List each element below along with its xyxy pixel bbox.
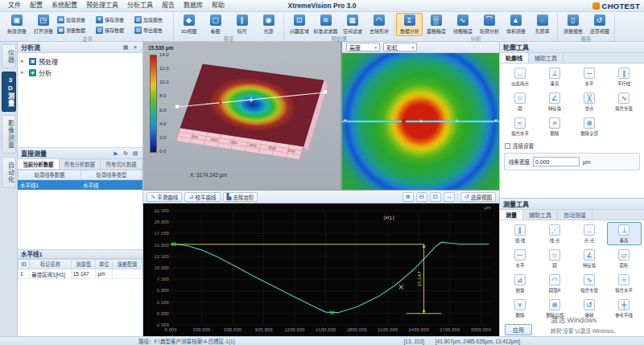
close-icon[interactable]: × bbox=[131, 44, 139, 50]
column-header[interactable]: 轮廓线条数据 bbox=[19, 170, 81, 180]
section-handle[interactable] bbox=[175, 105, 179, 109]
tool-button[interactable]: ⊥垂直 bbox=[537, 65, 572, 88]
tool-button[interactable]: ○圆 bbox=[502, 90, 537, 113]
tab[interactable]: 轮廓线 bbox=[500, 53, 529, 63]
ribbon-small-button[interactable]: ▧加载报告 bbox=[134, 14, 171, 25]
expand-icon[interactable]: ▸ bbox=[21, 69, 27, 76]
side-tab[interactable]: 影像测量 bbox=[2, 115, 16, 154]
menu-item[interactable]: 数据库 bbox=[180, 0, 207, 11]
column-header[interactable]: 标记名称 bbox=[30, 260, 71, 269]
tool-button[interactable]: ⊗删除全部 bbox=[537, 297, 572, 320]
view-3d[interactable]: 15.535 μm 14.012.010.08.06.04.02.00.0 bbox=[143, 42, 342, 190]
line-width-input[interactable] bbox=[533, 157, 580, 166]
ribbon-button[interactable]: ▣新建测量 bbox=[3, 13, 30, 36]
tool-button[interactable]: ⋰线-点 bbox=[537, 222, 572, 245]
ribbon-small-button[interactable]: ▼保存测量 bbox=[95, 14, 133, 25]
profile-tool-button[interactable]: ∿平滑曲线 bbox=[147, 192, 182, 202]
menu-item[interactable]: 预处理工具 bbox=[82, 0, 122, 11]
palette-select[interactable]: 彩虹 ▾ bbox=[383, 43, 417, 51]
ribbon-button[interactable]: Σ数据分析 bbox=[396, 13, 423, 36]
tab[interactable]: 辅助工具 bbox=[523, 210, 558, 220]
tool-button[interactable]: ‥仪表两点 bbox=[502, 65, 537, 88]
ribbon-button[interactable]: ◆3D视图 bbox=[175, 13, 202, 36]
tool-button[interactable]: ─水平 bbox=[502, 247, 537, 270]
surface-3d-plot[interactable]: 50010001500200025003000 bbox=[172, 47, 337, 167]
ribbon-button[interactable]: ∿线粗糙度 bbox=[449, 13, 476, 36]
apply-button[interactable]: 应用 bbox=[505, 324, 532, 335]
menu-item[interactable]: 分析工具 bbox=[123, 0, 157, 11]
ribbon-button[interactable]: ∥标尺 bbox=[229, 13, 255, 36]
flow-item[interactable]: ▸▣预处理 bbox=[19, 55, 141, 67]
tool-button[interactable]: ×删除 bbox=[502, 297, 537, 320]
ribbon-button[interactable]: ≋标准滤波器 bbox=[312, 13, 339, 36]
refresh-icon[interactable]: ↻ bbox=[122, 150, 130, 157]
column-header[interactable]: 单位 bbox=[96, 260, 113, 269]
ribbon-button[interactable]: ◌孔隙率 bbox=[529, 13, 555, 36]
table-row[interactable]: 水平线1水平线 bbox=[19, 180, 142, 190]
height-select[interactable]: 高度 ▾ bbox=[346, 43, 380, 51]
panel-menu-icon[interactable]: ▦ bbox=[122, 44, 130, 51]
tool-button[interactable]: ⊿倒角 bbox=[502, 272, 537, 295]
tool-button[interactable]: ◠圆弧R bbox=[537, 272, 572, 295]
tool-button[interactable]: ∠特征角 bbox=[537, 90, 572, 113]
profile-tool-button[interactable]: ⊿校平曲线 bbox=[184, 192, 220, 202]
zoom-out-icon[interactable]: ⊖ bbox=[416, 192, 427, 202]
tool-button[interactable]: ‥点-点 bbox=[572, 222, 607, 245]
side-tab[interactable]: 3D测量 bbox=[2, 72, 16, 112]
tool-button[interactable]: ∥线-线 bbox=[502, 222, 537, 245]
tool-button[interactable]: ≈拟合水平 bbox=[607, 272, 642, 295]
tool-button[interactable]: ⊥垂直 bbox=[607, 222, 642, 245]
ribbon-button[interactable]: ◉光源 bbox=[255, 13, 282, 36]
ribbon-button[interactable]: ⊡兴趣区域 bbox=[286, 13, 312, 36]
expand-icon[interactable]: ▸ bbox=[21, 58, 27, 64]
column-header[interactable]: ID bbox=[19, 260, 30, 269]
flow-item[interactable]: ▸◈分析 bbox=[19, 67, 141, 78]
tab[interactable]: 测量 bbox=[500, 210, 523, 220]
profile-chart-area[interactable]: 0.000300.000600.000900.0001200.0001500.0… bbox=[143, 203, 499, 336]
table-row[interactable]: 1最佳区间1[H1]15.147μm bbox=[19, 269, 142, 279]
menu-item[interactable]: 配置 bbox=[26, 0, 47, 11]
section-handle[interactable] bbox=[344, 119, 347, 122]
tool-button[interactable]: ⊗删除全部 bbox=[572, 115, 607, 138]
ribbon-small-button[interactable]: ▥保存数据 bbox=[95, 25, 133, 35]
menu-item[interactable]: 文件 bbox=[4, 0, 25, 11]
tool-button[interactable]: ∿拟合余弦 bbox=[607, 90, 642, 113]
tool-button[interactable]: ○圆 bbox=[537, 247, 572, 270]
column-header[interactable]: 测量值 bbox=[71, 260, 96, 269]
list-icon[interactable]: ▤ bbox=[131, 150, 139, 157]
profile-tool-button[interactable]: ▙去除台阶 bbox=[223, 192, 258, 202]
column-header[interactable]: 误差配置 bbox=[113, 260, 142, 269]
tool-button[interactable]: ∥平行线 bbox=[607, 65, 642, 88]
reset-view-button[interactable]: ↺还原视图 bbox=[460, 192, 496, 202]
run-icon[interactable]: ▶ bbox=[112, 150, 120, 157]
tool-button[interactable]: ≈拟合水平 bbox=[502, 115, 537, 138]
tool-button[interactable]: ╪参考平线 bbox=[607, 297, 642, 320]
tab[interactable]: 自动测量 bbox=[558, 210, 592, 220]
ribbon-button[interactable]: ◳打开测量 bbox=[30, 13, 56, 36]
ribbon-small-button[interactable]: ▨导出报告 bbox=[134, 25, 171, 35]
ribbon-button[interactable]: ▒面粗糙度 bbox=[423, 13, 449, 36]
menu-item[interactable]: 报告 bbox=[158, 0, 179, 11]
ribbon-button[interactable]: ⌒轮廓分析 bbox=[476, 13, 502, 36]
tool-button[interactable]: ▱面积 bbox=[607, 247, 642, 270]
menu-item[interactable]: 系统配置 bbox=[47, 0, 81, 11]
section-handle[interactable] bbox=[494, 119, 497, 122]
ribbon-small-button[interactable]: ▤加载测量 bbox=[56, 14, 94, 25]
ribbon-button[interactable]: ◠去除形状 bbox=[365, 13, 392, 36]
tab[interactable]: 所有切片数据 bbox=[101, 159, 142, 169]
ribbon-button[interactable]: ▢看图 bbox=[202, 13, 229, 36]
tool-button[interactable]: ×删除 bbox=[537, 115, 572, 138]
ribbon-small-button[interactable]: ▦测量数据 bbox=[56, 25, 94, 35]
tab[interactable]: 辅助工具 bbox=[529, 53, 564, 63]
ribbon-button[interactable]: ▲体积测量 bbox=[502, 13, 529, 36]
tool-button[interactable]: ─水平 bbox=[572, 65, 607, 88]
tool-button[interactable]: ∿拟合余弦 bbox=[572, 272, 607, 295]
tab[interactable]: 当前分析数据 bbox=[18, 159, 60, 169]
fit-view-icon[interactable]: ⊡ bbox=[430, 192, 441, 202]
ribbon-button[interactable]: ▦空间滤波 bbox=[339, 13, 365, 36]
tool-button[interactable]: ↺撤销 bbox=[572, 297, 607, 320]
tab[interactable]: 所有分析数据 bbox=[60, 159, 101, 169]
menu-item[interactable]: 帮助 bbox=[208, 0, 229, 11]
tool-button[interactable]: ∠特征角 bbox=[572, 247, 607, 270]
side-tab[interactable]: 自动化 bbox=[2, 157, 16, 188]
